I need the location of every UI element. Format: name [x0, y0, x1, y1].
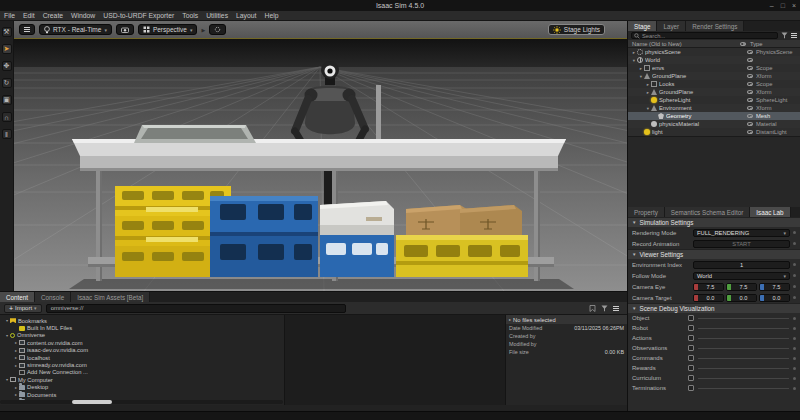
section-viewer-settings[interactable]: ▼ Viewer Settings	[628, 249, 800, 259]
environment-index-field[interactable]: 1	[693, 261, 790, 269]
stage-row[interactable]: ▾GroundPlaneXform	[628, 72, 800, 80]
expand-icon[interactable]: ▾	[645, 106, 651, 111]
menu-tools[interactable]: Tools	[182, 12, 198, 19]
expand-icon[interactable]: ▾	[638, 74, 644, 79]
stage-search-input[interactable]: Search...	[631, 32, 778, 39]
tree-item-documents[interactable]: ▸Documents	[0, 391, 284, 398]
stage-row[interactable]: physicsMaterialMaterial	[628, 120, 800, 128]
stage-row[interactable]: ▸physicsScenePhysicsScene	[628, 48, 800, 56]
path-input[interactable]: omniverse://	[46, 304, 346, 313]
white-box-on-crate[interactable]	[320, 201, 394, 277]
visibility-eye-icon[interactable]	[747, 90, 753, 94]
pause-icon[interactable]: ‖	[2, 129, 12, 139]
name-column-header[interactable]: Name (Old to New)	[632, 41, 740, 47]
tab-property[interactable]: Property	[628, 207, 665, 217]
visibility-eye-icon[interactable]	[747, 130, 753, 134]
menu-help[interactable]: Help	[264, 12, 278, 19]
reset-icon[interactable]	[793, 337, 796, 340]
checkbox-actions[interactable]	[688, 335, 694, 341]
stage-row[interactable]: lightDistantLight	[628, 128, 800, 136]
axis-value-field[interactable]: 0.0	[726, 294, 757, 302]
tab-isaac-sim-assets-beta[interactable]: Isaac Sim Assets [Beta]	[71, 292, 150, 302]
rendering-mode-dropdown[interactable]: FULL_RENDERING ▾	[693, 229, 790, 237]
checkbox-robot[interactable]	[688, 325, 694, 331]
visibility-eye-icon[interactable]	[747, 98, 753, 102]
blue-crate-stack[interactable]	[210, 196, 318, 277]
wrench-icon[interactable]: ⚒	[2, 27, 12, 37]
tree-item-isaac-dev-ov-nvidia-com[interactable]: ▸isaac-dev.ov.nvidia.com	[0, 347, 284, 354]
stage-row[interactable]: ▸envsScope	[628, 64, 800, 72]
camera-view-button[interactable]: Perspective ▾	[138, 24, 197, 35]
render-options-button[interactable]	[209, 24, 226, 35]
filter-icon[interactable]	[781, 32, 788, 39]
visibility-eye-icon[interactable]	[747, 122, 753, 126]
expand-icon[interactable]: ▾	[4, 318, 10, 323]
tree-item-built-in-mdl-files[interactable]: Built In MDL Files	[0, 324, 284, 331]
menu-file[interactable]: File	[4, 12, 15, 19]
tab-semantics-schema-editor[interactable]: Semantics Schema Editor	[665, 207, 750, 217]
toolbar-expand-icon[interactable]: ▶	[201, 27, 205, 33]
gray-tray[interactable]	[134, 125, 256, 143]
tree-item-add-new-connection[interactable]: Add New Connection ...	[0, 369, 284, 376]
menu-edit[interactable]: Edit	[23, 12, 35, 19]
filter-icon[interactable]	[601, 305, 608, 312]
axis-value-field[interactable]: 7.5	[726, 283, 757, 291]
tree-item-bookmarks[interactable]: ▾Bookmarks	[0, 317, 284, 324]
visibility-eye-icon[interactable]	[747, 74, 753, 78]
checkbox-curriculum[interactable]	[688, 375, 694, 381]
viewport[interactable]: RTX - Real-Time ▾ Perspective ▾ ▶ Stage …	[14, 21, 627, 291]
reset-icon[interactable]	[793, 285, 796, 288]
minimize-button[interactable]: –	[770, 2, 774, 9]
checkbox-rewards[interactable]	[688, 365, 694, 371]
reset-icon[interactable]	[793, 317, 796, 320]
bookmark-icon[interactable]	[589, 305, 596, 312]
follow-mode-dropdown[interactable]: World ▾	[693, 272, 790, 280]
reset-icon[interactable]	[793, 327, 796, 330]
type-column-header[interactable]: Type	[750, 41, 796, 47]
checkbox-observations[interactable]	[688, 345, 694, 351]
axis-value-field[interactable]: 0.0	[759, 294, 790, 302]
cardboard-in-yellow-crate[interactable]	[396, 205, 528, 277]
visibility-eye-icon[interactable]	[747, 66, 753, 70]
record-animation-button[interactable]: START	[693, 240, 790, 248]
visibility-eye-icon[interactable]	[747, 106, 753, 110]
axis-value-field[interactable]: 7.5	[759, 283, 790, 291]
checkbox-commands[interactable]	[688, 355, 694, 361]
camera-settings-button[interactable]	[116, 24, 134, 35]
tree-item-simready-ov-nvidia-com[interactable]: ▸simready.ov.nvidia.com	[0, 361, 284, 368]
close-button[interactable]: ×	[792, 2, 796, 9]
reset-icon[interactable]	[793, 367, 796, 370]
expand-icon[interactable]: ▸	[645, 90, 651, 95]
scale-icon[interactable]: ▣	[2, 95, 12, 105]
tab-layer[interactable]: Layer	[657, 21, 686, 31]
tree-item-content-ov-nvidia-com[interactable]: ▸content.ov.nvidia.com	[0, 339, 284, 346]
menu-layout[interactable]: Layout	[236, 12, 256, 19]
visibility-eye-icon[interactable]	[747, 114, 753, 118]
stage-row[interactable]: ▾EnvironmentXform	[628, 104, 800, 112]
reset-icon[interactable]	[793, 242, 796, 245]
viewport-scene[interactable]	[14, 39, 627, 291]
list-view-icon[interactable]	[613, 308, 619, 309]
checkbox-terminations[interactable]	[688, 385, 694, 391]
move-icon[interactable]: ✥	[2, 61, 12, 71]
reset-icon[interactable]	[793, 377, 796, 380]
tree-item-desktop[interactable]: ▸Desktop	[0, 384, 284, 391]
rotate-icon[interactable]: ↻	[2, 78, 12, 88]
section-scene-debug-visualization[interactable]: ▼ Scene Debug Visualization	[628, 303, 800, 313]
renderer-button[interactable]: RTX - Real-Time ▾	[39, 24, 112, 35]
section-simulation-settings[interactable]: ▼ Simulation Settings	[628, 217, 800, 227]
stage-row[interactable]: ▸GroundPlaneXform	[628, 88, 800, 96]
file-grid-empty[interactable]	[285, 315, 505, 405]
select-cursor-icon[interactable]: ➤	[2, 44, 12, 54]
menu-usd-to-urdf-exporter[interactable]: USD-to-URDF Exporter	[103, 12, 174, 19]
checkbox-object[interactable]	[688, 315, 694, 321]
stage-row[interactable]: ▾World	[628, 56, 800, 64]
maximize-button[interactable]: □	[781, 2, 785, 9]
reset-icon[interactable]	[793, 347, 796, 350]
menu-create[interactable]: Create	[43, 12, 63, 19]
tree-item-my-computer[interactable]: ▾My Computer	[0, 376, 284, 383]
reset-icon[interactable]	[793, 231, 796, 234]
reset-icon[interactable]	[793, 357, 796, 360]
menu-utilities[interactable]: Utilities	[206, 12, 228, 19]
snap-icon[interactable]: ∩	[2, 112, 12, 122]
